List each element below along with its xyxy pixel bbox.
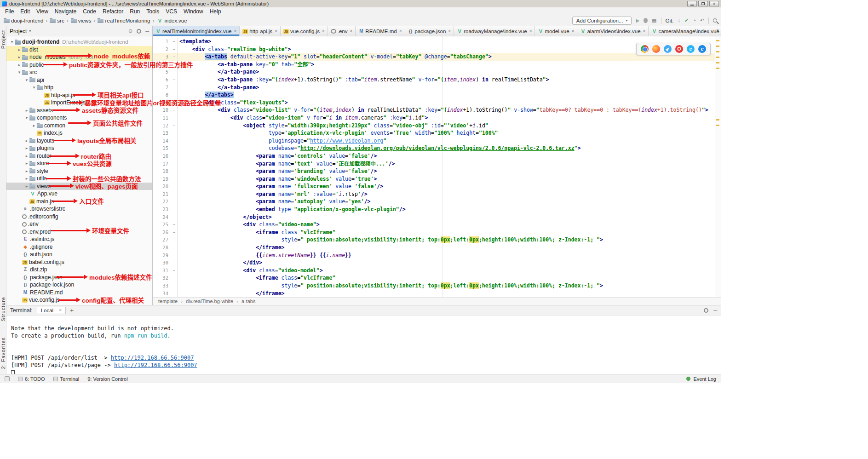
breadcrumb-item[interactable]: div.realTime.bg-white [186,298,233,304]
code-line[interactable]: 2− <div class="realTime bg-white"> [153,46,715,53]
code-line[interactable]: 16 <param name='controls' value='false'/… [153,152,715,160]
close-tab-icon[interactable]: × [529,29,532,34]
chevron-down-icon[interactable]: ▾ [29,29,31,33]
tree-item-readme-md[interactable]: README.md [6,289,152,297]
code-line[interactable]: 1−<template> [153,38,715,46]
breadcrumb-item[interactable]: template [158,298,178,304]
code-line[interactable]: 3− <a-tabs default-active-key="1" slot="… [153,53,715,61]
fold-icon[interactable]: − [171,99,178,107]
code-line[interactable]: 23 <embed type="application/x-google-vlc… [153,206,715,213]
editor-tab[interactable]: vue.config.js× [281,26,328,36]
search-icon[interactable] [713,18,717,23]
code-editor[interactable]: 1−<template>2− <div class="realTime bg-w… [153,36,721,297]
tree-item-node-modules[interactable]: ▸node_moduleslibrary root [6,53,152,61]
editor-tab[interactable]: http-api.js× [240,26,281,36]
tree-item-api[interactable]: ▾api [6,76,152,84]
fold-icon[interactable]: − [171,114,178,122]
code-line[interactable]: 15 codebase="http://downloads.videolan.o… [153,144,715,152]
new-terminal-icon[interactable]: + [70,307,74,314]
close-tab-icon[interactable]: × [322,29,325,34]
code-line[interactable]: 27 style=" position:absolute;visibility:… [153,236,715,244]
code-line[interactable]: 6− <a-tab-pane :key="(index+1).toString(… [153,76,715,84]
fold-icon[interactable]: − [171,221,178,229]
tree-item-main-js[interactable]: main.js [6,198,152,206]
fold-icon[interactable]: − [171,274,178,282]
warning-stripe-mark[interactable] [716,51,719,52]
git-commit-icon[interactable]: ✓ [684,18,689,23]
editor-tab[interactable]: realTimeMonitoring\index.vue× [153,26,240,36]
warning-stripe-mark[interactable] [716,125,719,126]
tree-item-assets[interactable]: ▸assets [6,107,152,115]
collapse-arrow-icon[interactable]: ▾ [17,69,22,76]
close-tab-icon[interactable]: × [572,29,575,34]
close-tab-icon[interactable]: × [643,29,646,34]
code-line[interactable]: 28 </iframe> [153,244,715,252]
expand-arrow-icon[interactable]: ▸ [24,152,29,160]
editor-tab[interactable]: README.md× [356,26,405,36]
git-update-icon[interactable]: ↓ [678,18,680,23]
editor-tab[interactable]: model.vue× [535,26,577,36]
warning-stripe-mark[interactable] [716,68,719,69]
breadcrumb-item[interactable]: a-tabs [241,298,256,304]
hide-panel-icon[interactable]: ─ [713,308,717,313]
tree-item-views[interactable]: ▸views [6,183,152,190]
code-line[interactable]: 4 <a-tab-pane key="0" tab="全部"> [153,61,715,69]
code-line[interactable]: 13 type='application/x-vlc-plugin' event… [153,129,715,137]
tree-item-app-vue[interactable]: App.vue [6,190,152,198]
debug-button[interactable] [644,18,648,23]
terminal-tab-local[interactable]: Local× [37,307,66,314]
todo-button[interactable]: 6: TODO [18,376,45,382]
expand-arrow-icon[interactable]: ▸ [24,137,29,145]
menu-item-view[interactable]: View [33,8,52,15]
fold-icon[interactable]: − [171,122,178,130]
menu-item-run[interactable]: Run [126,8,143,15]
edge-icon[interactable]: e [698,45,706,53]
terminal-button[interactable]: Terminal [53,376,80,382]
code-line[interactable]: 17 <param name='text' value='正在加载视频中...'… [153,160,715,168]
tree-item-layouts[interactable]: ▸layouts [6,137,152,145]
code-line[interactable]: 34 </iframe> [153,290,715,297]
fold-icon[interactable]: − [171,229,178,236]
code-line[interactable]: 12− <object style="width:390px;height:21… [153,122,715,130]
editor-tab[interactable]: .env× [328,26,356,36]
expand-arrow-icon[interactable]: ▸ [17,61,22,69]
close-tab-icon[interactable]: × [448,29,451,34]
expand-arrow-icon[interactable]: ▸ [24,167,29,175]
close-tab-icon[interactable]: × [399,29,402,34]
menu-item-code[interactable]: Code [80,8,99,15]
settings-gear-icon[interactable] [704,308,708,313]
terminal-link[interactable]: http://192.168.66.56:9007 [111,355,194,361]
editor-tab[interactable]: alarmVideos\index.vue× [577,26,649,36]
expand-arrow-icon[interactable]: ▸ [17,53,22,61]
fold-icon[interactable]: − [171,267,178,275]
menu-item-edit[interactable]: Edit [17,8,33,15]
code-line[interactable]: 33 style=" position:absolute;visibility:… [153,282,715,290]
fold-icon[interactable]: − [171,106,178,114]
tree-item-router[interactable]: ▸router [6,152,152,160]
safari-icon[interactable] [664,45,672,53]
event-log-button[interactable]: Event Log [686,376,716,382]
menu-item-window[interactable]: Window [180,8,207,15]
tree-item-gitignore[interactable]: .gitignore [6,243,152,251]
close-tab-icon[interactable]: × [234,29,236,34]
version-control-button[interactable]: 9: Version Control [87,376,127,382]
code-line[interactable]: 30 </div> [153,259,715,267]
warning-stripe-mark[interactable] [716,40,719,41]
close-tab-icon[interactable]: × [59,308,62,313]
tree-item-src[interactable]: ▾src [6,69,152,76]
expand-arrow-icon[interactable]: ▸ [17,46,22,54]
tree-item-http-api-js[interactable]: http-api.js [6,92,152,99]
expand-arrow-icon[interactable]: ▸ [31,122,37,130]
menu-item-navigate[interactable]: Navigate [52,8,80,15]
git-revert-icon[interactable]: ↶ [700,18,704,23]
code-line[interactable]: 14 pluginspage="http://www.videolan.org" [153,137,715,145]
add-configuration-button[interactable]: Add Configuration...▾ [572,17,632,25]
terminal-content[interactable]: Note that the development build is not o… [6,316,721,374]
close-button[interactable]: × [709,1,719,6]
tree-item-importexcel-js[interactable]: importExcel.js [6,99,152,107]
code-line[interactable]: 20 <param name='fullscreen' value='false… [153,183,715,190]
tree-item-env-prod[interactable]: .env.prod [6,228,152,236]
breadcrumb-item[interactable]: duoji-frontend [4,18,43,23]
tree-item-browserslistrc[interactable]: .browserslistrc [6,205,152,213]
tree-item-public[interactable]: ▸public [6,61,152,69]
